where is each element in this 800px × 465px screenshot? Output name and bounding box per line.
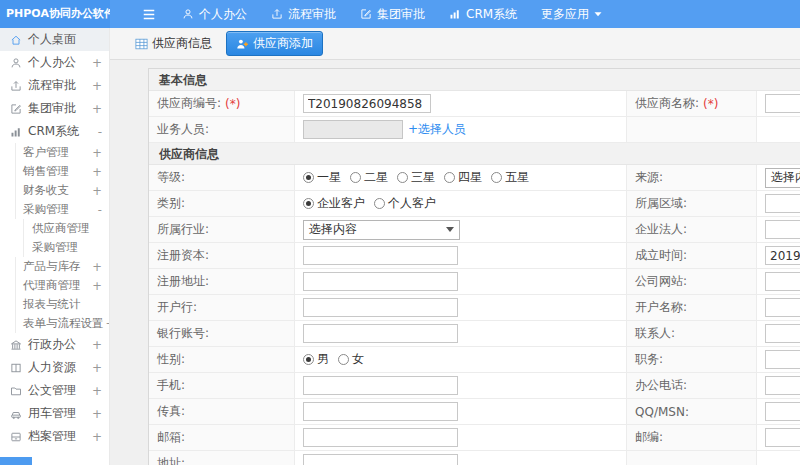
- nav-item-personal-office[interactable]: 个人办公: [182, 6, 247, 23]
- expander-icon[interactable]: +: [104, 317, 110, 331]
- level-radio-option[interactable]: 四星: [444, 169, 482, 186]
- radio-label: 五星: [505, 169, 529, 186]
- nav-item-crm-system[interactable]: CRM系统: [449, 6, 517, 23]
- gender-radio-option[interactable]: 女: [338, 351, 364, 368]
- expander-icon[interactable]: +: [90, 338, 102, 352]
- postcode-input[interactable]: [765, 428, 800, 447]
- position-input[interactable]: [765, 350, 800, 369]
- email-input[interactable]: [303, 428, 458, 447]
- expander-icon[interactable]: -: [96, 125, 102, 139]
- sidebar-item-personal-office[interactable]: 个人办公+: [0, 51, 109, 74]
- category-radio-option[interactable]: 个人客户: [374, 195, 436, 212]
- menu-icon[interactable]: [142, 8, 156, 21]
- level-radio-option[interactable]: 一星: [303, 169, 341, 186]
- select-member-link[interactable]: +选择人员: [408, 121, 466, 138]
- tab-supplier-add[interactable]: 供应商添加: [226, 31, 323, 56]
- expander-icon[interactable]: +: [90, 279, 102, 293]
- app-header: PHPOA协同办公软件 个人办公流程审批集团审批CRM系统更多应用: [0, 0, 800, 28]
- expander-icon[interactable]: -: [96, 203, 102, 217]
- expander-icon[interactable]: +: [90, 146, 102, 160]
- radio-label: 二星: [364, 169, 388, 186]
- field-cell: +选择人员: [295, 117, 627, 142]
- field-cell: [757, 243, 800, 268]
- field-cell: 选择内容: [757, 165, 800, 190]
- sidebar-item-reports-stats[interactable]: 报表与统计: [15, 295, 109, 314]
- nav-item-more-apps[interactable]: 更多应用: [541, 6, 602, 23]
- sidebar-item-archive-mgmt[interactable]: 档案管理+: [0, 425, 109, 448]
- form-row: 地址:: [149, 451, 800, 465]
- company-website-input[interactable]: [765, 272, 800, 291]
- expander-icon[interactable]: +: [90, 430, 102, 444]
- sidebar-item-agent-mgmt[interactable]: 代理商管理+: [15, 276, 109, 295]
- sidebar-item-purchasing[interactable]: 采购管理: [23, 238, 109, 257]
- sidebar-item-document-mgmt[interactable]: 公文管理+: [0, 379, 109, 402]
- bank-branch-input[interactable]: [303, 298, 458, 317]
- select-value: 选择内容: [309, 221, 357, 238]
- expander-icon[interactable]: +: [90, 384, 102, 398]
- qq-msn-input[interactable]: [765, 402, 800, 421]
- nav-item-label: 个人办公: [199, 6, 247, 23]
- field-label: [627, 117, 757, 142]
- expander-icon[interactable]: +: [90, 407, 102, 421]
- sidebar-item-human-resources[interactable]: 人力资源+: [0, 356, 109, 379]
- registered-capital-input[interactable]: [303, 246, 458, 265]
- sidebar-item-sales-mgmt[interactable]: 销售管理+: [15, 162, 109, 181]
- sidebar-item-finance-mgmt[interactable]: 财务收支+: [15, 181, 109, 200]
- supplier-code-input[interactable]: [303, 94, 431, 113]
- gender-radio-option[interactable]: 男: [303, 351, 329, 368]
- sidebar-item-form-flow-settings[interactable]: 表单与流程设置+: [15, 314, 109, 333]
- registered-address-input[interactable]: [303, 272, 458, 291]
- contact-person-input[interactable]: [765, 324, 800, 343]
- form-row: 邮箱:邮编:: [149, 425, 800, 451]
- sidebar-item-crm-system[interactable]: CRM系统-: [0, 120, 109, 143]
- nav-item-process-approval[interactable]: 流程审批: [271, 6, 336, 23]
- process-icon: [10, 80, 22, 92]
- field-label-text: 手机:: [157, 377, 185, 394]
- tab-supplier-info[interactable]: 供应商信息: [130, 32, 217, 55]
- category-radio-option[interactable]: 企业客户: [303, 195, 365, 212]
- level-radio-option[interactable]: 五星: [491, 169, 529, 186]
- expander-icon[interactable]: +: [90, 361, 102, 375]
- field-label-text: 注册地址:: [157, 273, 209, 290]
- mobile-input[interactable]: [303, 376, 458, 395]
- content-area: 基本信息供应商编号:(*)供应商名称:(*)业务人员:+选择人员供应商信息等级:…: [110, 60, 800, 465]
- sidebar-item-admin-office[interactable]: 行政办公+: [0, 333, 109, 356]
- level-radio-option[interactable]: 二星: [350, 169, 388, 186]
- expander-icon[interactable]: +: [90, 56, 102, 70]
- founded-date-input[interactable]: [765, 246, 800, 265]
- sidebar-item-customer-mgmt[interactable]: 客户管理+: [15, 143, 109, 162]
- nav-item-group-approval[interactable]: 集团审批: [360, 6, 425, 23]
- supplier-name-input[interactable]: [765, 94, 800, 113]
- sidebar-item-purchase-mgmt[interactable]: 采购管理-: [15, 200, 109, 219]
- address-input[interactable]: [303, 454, 458, 465]
- sidebar-item-personal-desktop[interactable]: 个人桌面: [0, 28, 109, 51]
- business-member-input[interactable]: [303, 120, 403, 139]
- office-phone-input[interactable]: [765, 376, 800, 395]
- radio-label: 企业客户: [317, 195, 365, 212]
- region-input[interactable]: [765, 194, 800, 213]
- sidebar-item-process-approval[interactable]: 流程审批+: [0, 74, 109, 97]
- sidebar-item-group-approval[interactable]: 集团审批+: [0, 97, 109, 120]
- expander-icon[interactable]: +: [90, 79, 102, 93]
- industry-select[interactable]: 选择内容: [303, 220, 460, 240]
- sidebar-item-vehicle-mgmt[interactable]: 用车管理+: [0, 402, 109, 425]
- field-label: 邮编:: [627, 425, 757, 450]
- sidebar-item-label: 行政办公: [28, 336, 76, 353]
- sidebar-item-supplier-mgmt[interactable]: 供应商管理: [23, 219, 109, 238]
- form-row: 银行账号:联系人:: [149, 321, 800, 347]
- account-name-input[interactable]: [765, 298, 800, 317]
- expander-icon[interactable]: +: [90, 102, 102, 116]
- field-cell: [757, 451, 800, 465]
- bank-account-input[interactable]: [303, 324, 458, 343]
- fax-input[interactable]: [303, 402, 458, 421]
- expander-icon[interactable]: +: [90, 165, 102, 179]
- field-label-text: 所属行业:: [157, 221, 209, 238]
- legal-person-input[interactable]: [765, 220, 800, 239]
- form-row: 供应商编号:(*)供应商名称:(*): [149, 91, 800, 117]
- expander-icon[interactable]: +: [90, 260, 102, 274]
- expander-icon[interactable]: +: [90, 184, 102, 198]
- sidebar-item-label: 代理商管理: [23, 278, 81, 293]
- level-radio-option[interactable]: 三星: [397, 169, 435, 186]
- sidebar-item-product-stock[interactable]: 产品与库存+: [15, 257, 109, 276]
- source-select[interactable]: 选择内容: [765, 168, 800, 188]
